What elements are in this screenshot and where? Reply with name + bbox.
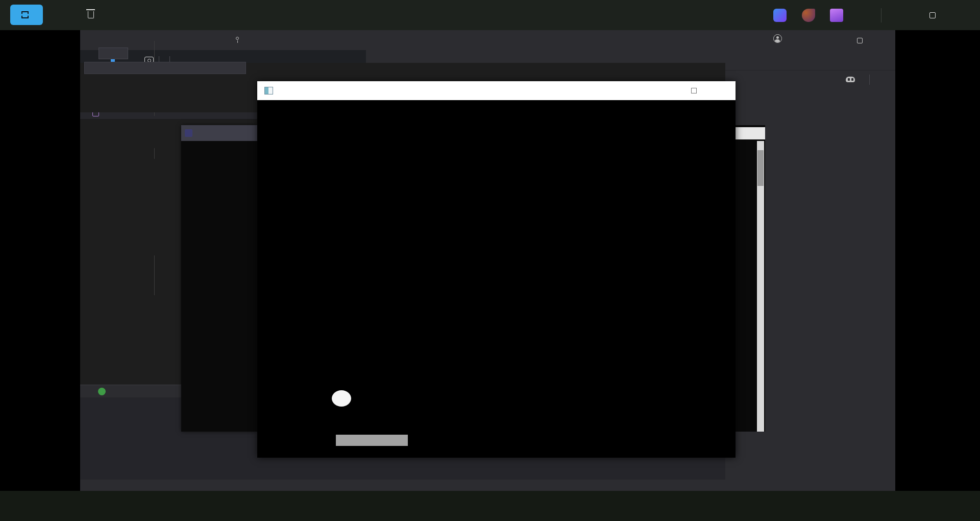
titlebar-divider — [881, 8, 881, 22]
vs-close-button[interactable] — [875, 33, 893, 48]
sign-in-button[interactable] — [773, 34, 786, 43]
panel-pin-icon[interactable] — [236, 35, 239, 41]
window-close-button[interactable] — [956, 8, 971, 23]
visual-studio-window: ⁞ — [80, 30, 895, 491]
scrollbar-thumb[interactable] — [757, 150, 764, 186]
share-icon[interactable] — [140, 8, 155, 22]
more-options-icon[interactable] — [168, 8, 183, 22]
game-paddle — [336, 435, 408, 446]
print-icon[interactable] — [112, 8, 126, 22]
console-scrollbar[interactable] — [757, 141, 764, 432]
clipchamp-app-icon[interactable] — [830, 9, 843, 22]
sfml-title-bar[interactable] — [257, 81, 736, 100]
trim-icon — [21, 11, 29, 18]
health-check-icon — [98, 388, 106, 395]
scroll-down-icon[interactable] — [757, 423, 764, 432]
sfml-close-button[interactable] — [709, 81, 732, 100]
github-copilot-button[interactable] — [846, 75, 880, 85]
rotate-icon[interactable] — [56, 8, 70, 22]
game-ball — [332, 390, 351, 407]
solution-explorer-toolbar — [85, 46, 246, 60]
vs-minimize-button[interactable] — [823, 33, 840, 48]
scroll-up-icon[interactable] — [757, 141, 764, 149]
delete-icon[interactable] — [84, 8, 98, 22]
player-bottom-bar: i — [0, 491, 980, 521]
game-viewport — [257, 100, 736, 458]
trim-button[interactable] — [10, 5, 43, 25]
vs-restore-button[interactable] — [851, 33, 868, 48]
player-top-bar — [0, 0, 980, 30]
designer-app-icon[interactable] — [802, 9, 815, 22]
console-window[interactable] — [181, 125, 257, 432]
window-restore-button[interactable] — [925, 8, 940, 23]
copilot-icon — [846, 77, 855, 82]
sfml-minimize-button[interactable] — [651, 81, 675, 100]
sfml-app-icon — [264, 87, 273, 94]
sfml-maximize-button[interactable] — [682, 81, 705, 100]
console-title-bar[interactable] — [181, 125, 257, 141]
console-close-icon[interactable] — [736, 127, 765, 139]
photos-app-icon[interactable] — [773, 9, 787, 22]
solution-search-input[interactable] — [84, 62, 246, 74]
screen: ⁞ — [0, 0, 980, 521]
sfml-game-window — [257, 81, 736, 458]
bottom-panel-tabs — [80, 480, 895, 491]
console-window-right-edge — [736, 125, 765, 432]
cmd-icon — [185, 129, 192, 137]
window-minimize-button[interactable] — [895, 8, 911, 23]
person-icon — [773, 34, 782, 43]
